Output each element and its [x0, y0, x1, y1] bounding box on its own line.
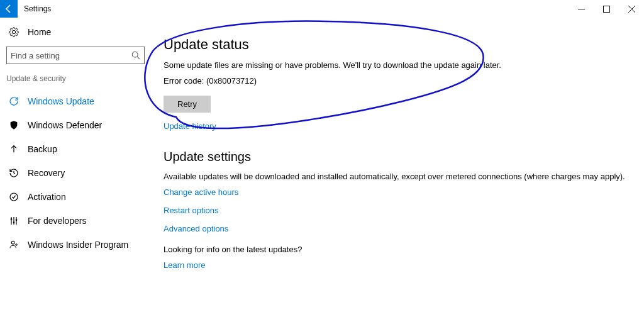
sidebar-item-label: Windows Insider Program — [28, 240, 128, 250]
sidebar-item-label: Activation — [28, 192, 66, 202]
search-placeholder: Find a setting — [11, 51, 131, 60]
svg-point-7 — [16, 219, 18, 221]
update-settings-heading: Update settings — [164, 150, 631, 164]
svg-point-5 — [11, 218, 13, 220]
svg-point-6 — [13, 221, 15, 223]
sidebar-item-label: Windows Defender — [28, 120, 102, 130]
sidebar-item-label: Recovery — [28, 168, 65, 178]
window-title: Settings — [24, 4, 51, 13]
arrow-left-icon — [4, 4, 14, 14]
sidebar-item-insider-program[interactable]: Windows Insider Program — [6, 233, 145, 257]
update-status-heading: Update status — [164, 36, 631, 53]
advanced-options-link[interactable]: Advanced options — [164, 224, 228, 233]
sidebar-item-for-developers[interactable]: For developers — [6, 209, 145, 233]
svg-point-4 — [10, 193, 18, 201]
main-panel: Update status Some update files are miss… — [151, 18, 644, 334]
learn-more-link[interactable]: Learn more — [164, 260, 205, 270]
sidebar-item-label: Windows Update — [28, 96, 94, 106]
home-button[interactable]: Home — [6, 23, 145, 42]
close-button[interactable] — [619, 0, 644, 18]
sidebar-item-label: Backup — [28, 144, 57, 154]
sliders-icon — [8, 216, 20, 226]
check-circle-icon — [8, 192, 20, 202]
close-icon — [628, 6, 635, 13]
footer-question: Looking for info on the latest updates? — [164, 245, 631, 254]
svg-point-2 — [132, 52, 138, 57]
sidebar-item-activation[interactable]: Activation — [6, 185, 145, 209]
sync-icon — [8, 96, 20, 106]
svg-point-9 — [16, 244, 18, 246]
title-bar: Settings — [0, 0, 644, 18]
update-history-link[interactable]: Update history — [164, 121, 216, 131]
maximize-button[interactable] — [594, 0, 619, 18]
search-input[interactable]: Find a setting — [6, 47, 145, 64]
restart-options-link[interactable]: Restart options — [164, 206, 218, 215]
sidebar: Home Find a setting Update & security Wi… — [0, 18, 151, 334]
retry-button[interactable]: Retry — [164, 96, 211, 113]
home-label: Home — [28, 27, 51, 37]
change-active-hours-link[interactable]: Change active hours — [164, 187, 238, 197]
svg-rect-1 — [603, 6, 609, 12]
person-icon — [8, 240, 20, 250]
sidebar-section-label: Update & security — [6, 74, 145, 83]
sidebar-item-label: For developers — [28, 216, 86, 226]
history-icon — [8, 168, 20, 178]
svg-point-8 — [11, 241, 14, 244]
error-code: Error code: (0x80073712) — [164, 76, 631, 86]
sidebar-item-windows-defender[interactable]: Windows Defender — [6, 113, 145, 137]
settings-description: Available updates will be downloaded and… — [164, 172, 631, 181]
status-message: Some update files are missing or have pr… — [164, 60, 631, 70]
sidebar-item-windows-update[interactable]: Windows Update — [6, 89, 145, 113]
gear-icon — [8, 27, 20, 37]
sidebar-item-recovery[interactable]: Recovery — [6, 161, 145, 185]
arrow-up-icon — [8, 144, 20, 154]
maximize-icon — [603, 6, 610, 13]
shield-icon — [8, 120, 20, 130]
back-button[interactable] — [0, 0, 18, 18]
minimize-icon — [578, 6, 585, 13]
minimize-button[interactable] — [569, 0, 594, 18]
svg-line-3 — [137, 57, 140, 59]
sidebar-item-backup[interactable]: Backup — [6, 137, 145, 161]
search-icon — [131, 51, 140, 60]
